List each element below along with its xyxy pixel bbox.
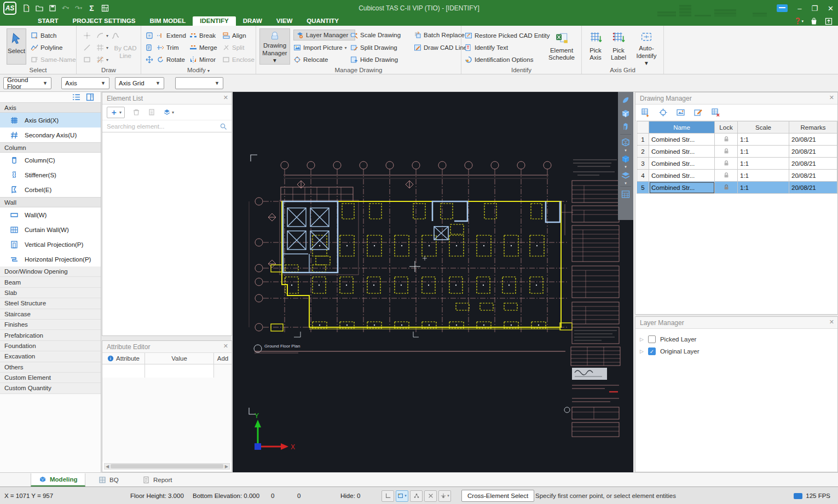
- draw-cad-line-button[interactable]: Draw CAD Line: [414, 42, 467, 53]
- sidebar-section-excavation[interactable]: Excavation: [0, 351, 101, 362]
- identify-text-button[interactable]: Identify Text: [465, 42, 508, 53]
- redo-icon[interactable]: ↷▾: [74, 4, 83, 13]
- scroll-left-icon[interactable]: ◀: [106, 464, 109, 469]
- draw-hatch-button[interactable]: ▾: [96, 42, 108, 53]
- element-type-dropdown[interactable]: Axis Grid▼: [115, 77, 164, 89]
- close-button[interactable]: ✕: [828, 4, 834, 13]
- draw-rect-button[interactable]: [83, 54, 91, 65]
- scale-drawing-button[interactable]: Scale Drawing: [350, 30, 401, 40]
- expand-caret-icon[interactable]: ▷: [640, 349, 644, 354]
- sidebar-item-curtain-wall[interactable]: Curtain Wall(W): [0, 222, 101, 237]
- category-dropdown[interactable]: Axis▼: [61, 77, 109, 89]
- close-icon[interactable]: ✕: [223, 343, 228, 350]
- scroll-right-icon[interactable]: ▶: [225, 464, 228, 469]
- drawing-manager-button[interactable]: Drawing Manager▾: [259, 28, 290, 65]
- 3d-view-icon[interactable]: 3D: [620, 107, 632, 120]
- sidebar-section-custom-element[interactable]: Custom Element: [0, 373, 101, 383]
- dynamic-view-icon[interactable]: [620, 94, 632, 107]
- drawing-row-4[interactable]: 4Combined Str... 1:120/08/21: [637, 170, 837, 182]
- sidebar-item-horizontal-projection[interactable]: Horizontal Projection(P): [0, 252, 101, 267]
- extra-dropdown[interactable]: ▼: [175, 77, 223, 89]
- cancel-snap-button[interactable]: [424, 490, 437, 502]
- modify-move-icon-button[interactable]: [146, 54, 153, 65]
- undo-icon[interactable]: ↶▾: [61, 4, 70, 13]
- pick-label-button[interactable]: Pick Label: [607, 28, 630, 67]
- lock-icon[interactable]: [723, 172, 730, 178]
- identification-options-button[interactable]: Identification Options: [465, 54, 533, 65]
- auto-identify-button[interactable]: Auto-Identify▾: [630, 28, 663, 67]
- select-button[interactable]: Select: [7, 28, 26, 65]
- summation-icon[interactable]: Σ: [88, 4, 96, 13]
- ortho-mode-button[interactable]: [382, 490, 394, 502]
- batch-select-button[interactable]: Batch: [31, 30, 56, 41]
- add-drawing-icon[interactable]: [641, 108, 650, 117]
- polyline-select-button[interactable]: Polyline: [31, 42, 62, 53]
- sidebar-section-finishes[interactable]: Finishes: [0, 320, 101, 330]
- drawing-row-5-selected[interactable]: 5Combined Str... 1:120/08/21: [637, 182, 837, 194]
- sidebar-item-wall[interactable]: Wall(W): [0, 207, 101, 222]
- layers-view-icon[interactable]: [620, 169, 632, 182]
- lock-icon[interactable]: [723, 148, 730, 154]
- project-overview-icon[interactable]: [101, 4, 109, 13]
- sidebar-item-corbel[interactable]: Corbel(E): [0, 182, 101, 197]
- sidebar-section-prefabrication[interactable]: Prefabrication: [0, 330, 101, 340]
- hide-drawing-button[interactable]: Hide Drawing: [350, 54, 398, 65]
- tab-modeling[interactable]: Modeling: [31, 473, 85, 486]
- expand-caret-icon[interactable]: ▷: [640, 337, 644, 342]
- sidebar-item-vertical-projection[interactable]: Vertical Projection(P): [0, 237, 101, 252]
- tab-identify[interactable]: IDENTIFY: [193, 16, 235, 26]
- split-button[interactable]: Split: [222, 42, 244, 53]
- sidebar-item-secondary-axis[interactable]: Secondary Axis(U): [0, 128, 101, 142]
- wireframe-view-icon[interactable]: [620, 136, 632, 149]
- edit-drawing-icon[interactable]: [693, 108, 703, 117]
- draw-point-button[interactable]: [83, 30, 91, 41]
- close-icon[interactable]: ✕: [223, 94, 228, 101]
- tracking-button[interactable]: ▾: [438, 490, 451, 502]
- batch-delete-icon[interactable]: [148, 108, 155, 116]
- snap-node-button[interactable]: [410, 490, 423, 502]
- tab-bim-model[interactable]: BIM MODEL: [143, 16, 193, 26]
- tab-quantity[interactable]: QUANTITY: [299, 16, 346, 26]
- same-name-select-button[interactable]: Same-Name: [31, 54, 76, 65]
- tab-bq[interactable]: BQ: [91, 473, 126, 486]
- store-bag-icon[interactable]: [810, 17, 818, 25]
- shaded-view-icon[interactable]: [620, 152, 632, 165]
- sidebar-section-steel-structure[interactable]: Steel Structure: [0, 298, 101, 309]
- lock-icon[interactable]: [723, 184, 730, 190]
- extend-button[interactable]: Extend: [157, 30, 186, 41]
- tab-view[interactable]: VIEW: [269, 16, 299, 26]
- scrollbar-thumb[interactable]: [111, 464, 223, 468]
- sidebar-item-column[interactable]: Column(C): [0, 153, 101, 167]
- tab-project-settings[interactable]: PROJECT SETTINGS: [65, 16, 142, 26]
- merge-button[interactable]: Merge: [189, 42, 217, 53]
- drawing-row-2[interactable]: 2Combined Str... 1:120/08/21: [637, 146, 837, 158]
- sidebar-section-foundation[interactable]: Foundation: [0, 341, 101, 351]
- search-element-input[interactable]: [107, 123, 219, 130]
- rotate-button[interactable]: Rotate: [157, 54, 185, 65]
- element-schedule-button[interactable]: Element Schedule: [545, 28, 579, 65]
- sidebar-item-stiffener[interactable]: Stiffener(S): [0, 167, 101, 182]
- draw-line-button[interactable]: [83, 42, 91, 53]
- layers-filter-button[interactable]: ▾: [163, 108, 174, 116]
- tab-start[interactable]: START: [31, 16, 65, 26]
- horizontal-scrollbar[interactable]: ◀▶: [104, 463, 230, 470]
- modify-offset-icon-button[interactable]: [146, 30, 153, 41]
- sidebar-section-slab[interactable]: Slab: [0, 288, 101, 298]
- feedback-chat-icon[interactable]: [777, 4, 788, 12]
- split-drawing-button[interactable]: Split Drawing: [350, 42, 397, 53]
- draw-spline-button[interactable]: [112, 30, 119, 41]
- layer-manager-button[interactable]: Layer Manager▾: [293, 30, 355, 40]
- restore-button[interactable]: ❐: [811, 4, 818, 13]
- relocate-drawing-icon[interactable]: [658, 108, 668, 117]
- batch-replace-button[interactable]: Batch Replace: [414, 30, 465, 40]
- lock-icon[interactable]: [723, 136, 730, 142]
- new-file-icon[interactable]: [22, 4, 30, 13]
- sidebar-section-beam[interactable]: Beam: [0, 277, 101, 287]
- delete-element-icon[interactable]: [132, 108, 140, 116]
- picked-layer-checkbox[interactable]: [648, 335, 656, 343]
- floor-dropdown[interactable]: Ground Floor▼: [3, 77, 51, 89]
- close-icon[interactable]: ✕: [829, 318, 834, 326]
- sidebar-section-staircase[interactable]: Staircase: [0, 309, 101, 320]
- lock-icon[interactable]: [723, 160, 730, 166]
- trim-button[interactable]: Trim: [157, 42, 179, 53]
